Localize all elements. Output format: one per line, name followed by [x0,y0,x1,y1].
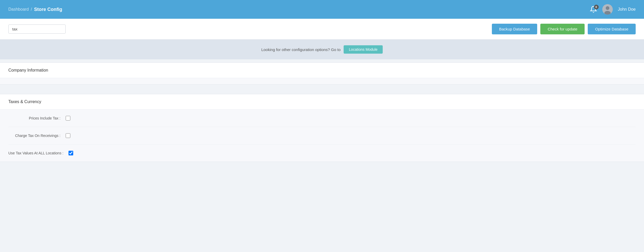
section-content-taxes: Prices Include Tax : Charge Tax On Recei… [0,110,644,162]
toolbar: Backup Database Check for update Optimiz… [0,19,644,40]
toolbar-buttons: Backup Database Check for update Optimiz… [492,24,636,34]
notice-bar: Looking for other configuration options?… [0,40,644,59]
svg-point-1 [606,6,609,10]
field-row-prices-include-tax: Prices Include Tax : [8,110,636,127]
notice-text: Looking for other configuration options?… [261,47,340,52]
checkbox-use-tax-values-all-locations[interactable] [69,151,73,155]
section-header-taxes: Taxes & Currency [0,94,644,110]
breadcrumb-dashboard[interactable]: Dashboard [8,7,29,12]
section-gap [0,88,644,91]
check-for-update-button[interactable]: Check for update [540,24,585,34]
avatar-icon [602,4,613,15]
username: John Doe [618,7,636,12]
backup-database-button[interactable]: Backup Database [492,24,537,34]
section-title-taxes: Taxes & Currency [8,99,41,104]
header: Dashboard / Store Config 0 John Doe [0,0,644,19]
section-title-company: Company Information [8,68,48,72]
section-company-information: Company Information [0,62,644,85]
section-taxes-currency: Taxes & Currency Prices Include Tax : Ch… [0,94,644,162]
label-use-tax-values-all-locations: Use Tax Values At ALL Locations : [8,151,69,155]
breadcrumb-current: Store Config [34,7,62,12]
label-charge-tax-on-receivings: Charge Tax On Receivings : [8,134,66,138]
notification-bell[interactable]: 0 [590,6,597,13]
locations-module-button[interactable]: Locations Module [344,45,383,54]
section-header-company: Company Information [0,63,644,78]
breadcrumb-separator: / [31,7,32,12]
checkbox-charge-tax-on-receivings[interactable] [66,133,70,138]
breadcrumb: Dashboard / Store Config [8,7,62,12]
optimize-database-button[interactable]: Optimize Database [588,24,636,34]
avatar[interactable] [602,4,613,15]
label-prices-include-tax: Prices Include Tax : [8,116,66,120]
search-input[interactable] [8,24,66,34]
header-right: 0 John Doe [590,4,636,15]
notification-badge: 0 [594,5,599,9]
field-row-charge-tax-on-receivings: Charge Tax On Receivings : [8,127,636,144]
field-row-use-tax-values-all-locations: Use Tax Values At ALL Locations : [8,144,636,162]
checkbox-prices-include-tax[interactable] [66,116,70,121]
